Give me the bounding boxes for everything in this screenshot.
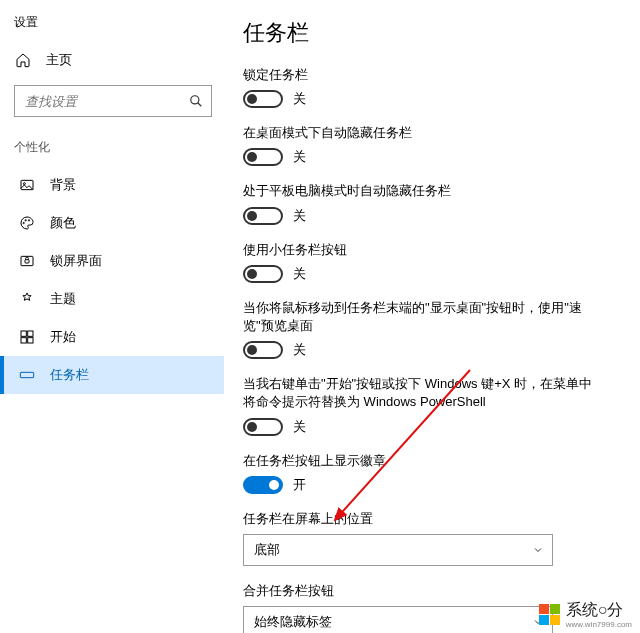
svg-line-1 bbox=[198, 103, 202, 107]
svg-point-0 bbox=[191, 96, 199, 104]
toggle-state: 关 bbox=[293, 207, 306, 225]
toggle-state: 开 bbox=[293, 476, 306, 494]
svg-rect-7 bbox=[21, 256, 33, 265]
sidebar-item-start[interactable]: 开始 bbox=[0, 318, 224, 356]
toggle-state: 关 bbox=[293, 418, 306, 436]
sidebar-item-colors[interactable]: 颜色 bbox=[0, 204, 224, 242]
dropdown-value: 底部 bbox=[254, 541, 280, 559]
sidebar-item-taskbar[interactable]: 任务栏 bbox=[0, 356, 224, 394]
dropdown-combine[interactable]: 始终隐藏标签 bbox=[243, 606, 553, 633]
setting-label-lock: 锁定任务栏 bbox=[243, 66, 610, 84]
theme-icon bbox=[18, 290, 36, 308]
start-icon bbox=[18, 328, 36, 346]
svg-rect-12 bbox=[28, 338, 33, 343]
search-field[interactable] bbox=[14, 85, 212, 117]
setting-label-powershell: 当我右键单击"开始"按钮或按下 Windows 键+X 时，在菜单中将命令提示符… bbox=[243, 375, 603, 411]
sidebar-item-label: 锁屏界面 bbox=[50, 252, 102, 270]
main-panel: 任务栏 锁定任务栏 关 在桌面模式下自动隐藏任务栏 关 处于平板电脑模式时自动隐… bbox=[225, 0, 640, 633]
lockscreen-icon bbox=[18, 252, 36, 270]
sidebar-item-label: 任务栏 bbox=[50, 366, 89, 384]
chevron-down-icon bbox=[532, 544, 544, 556]
taskbar-icon bbox=[18, 366, 36, 384]
watermark-url: www.win7999.com bbox=[566, 621, 632, 629]
svg-rect-13 bbox=[20, 372, 33, 377]
svg-rect-9 bbox=[21, 331, 26, 336]
toggle-badges[interactable]: 开 bbox=[243, 476, 610, 494]
toggle-state: 关 bbox=[293, 265, 306, 283]
sidebar-item-background[interactable]: 背景 bbox=[0, 166, 224, 204]
dropdown-value: 始终隐藏标签 bbox=[254, 613, 332, 631]
setting-label-autohide-tablet: 处于平板电脑模式时自动隐藏任务栏 bbox=[243, 182, 610, 200]
toggle-lock[interactable]: 关 bbox=[243, 90, 610, 108]
setting-label-badges: 在任务栏按钮上显示徽章 bbox=[243, 452, 610, 470]
search-icon bbox=[186, 91, 206, 111]
setting-label-autohide-desktop: 在桌面模式下自动隐藏任务栏 bbox=[243, 124, 610, 142]
sidebar-item-label: 背景 bbox=[50, 176, 76, 194]
toggle-peek[interactable]: 关 bbox=[243, 341, 610, 359]
search-input[interactable] bbox=[14, 85, 212, 117]
picture-icon bbox=[18, 176, 36, 194]
toggle-state: 关 bbox=[293, 341, 306, 359]
sidebar-section-label: 个性化 bbox=[0, 125, 224, 166]
home-icon bbox=[14, 51, 32, 69]
sidebar-item-themes[interactable]: 主题 bbox=[0, 280, 224, 318]
setting-label-small-buttons: 使用小任务栏按钮 bbox=[243, 241, 610, 259]
setting-label-combine: 合并任务栏按钮 bbox=[243, 582, 610, 600]
microsoft-logo-icon bbox=[539, 604, 560, 625]
svg-point-5 bbox=[25, 220, 26, 221]
svg-rect-11 bbox=[21, 338, 26, 343]
home-button[interactable]: 主页 bbox=[0, 43, 224, 77]
setting-label-position: 任务栏在屏幕上的位置 bbox=[243, 510, 610, 528]
toggle-small-buttons[interactable]: 关 bbox=[243, 265, 610, 283]
svg-rect-10 bbox=[28, 331, 33, 336]
watermark-brand: 系统○分 bbox=[566, 600, 632, 621]
sidebar-item-label: 颜色 bbox=[50, 214, 76, 232]
app-title: 设置 bbox=[0, 8, 224, 43]
sidebar: 设置 主页 个性化 背景 颜色 bbox=[0, 0, 225, 633]
palette-icon bbox=[18, 214, 36, 232]
toggle-powershell[interactable]: 关 bbox=[243, 418, 610, 436]
home-label: 主页 bbox=[46, 51, 72, 69]
sidebar-item-lockscreen[interactable]: 锁屏界面 bbox=[0, 242, 224, 280]
svg-rect-8 bbox=[25, 260, 29, 263]
dropdown-position[interactable]: 底部 bbox=[243, 534, 553, 566]
toggle-autohide-tablet[interactable]: 关 bbox=[243, 207, 610, 225]
sidebar-item-label: 主题 bbox=[50, 290, 76, 308]
toggle-autohide-desktop[interactable]: 关 bbox=[243, 148, 610, 166]
watermark: 系统○分 www.win7999.com bbox=[539, 600, 632, 629]
svg-point-4 bbox=[23, 222, 24, 223]
page-title: 任务栏 bbox=[243, 18, 610, 48]
svg-point-6 bbox=[28, 220, 29, 221]
toggle-state: 关 bbox=[293, 90, 306, 108]
setting-label-peek: 当你将鼠标移动到任务栏末端的"显示桌面"按钮时，使用"速览"预览桌面 bbox=[243, 299, 603, 335]
toggle-state: 关 bbox=[293, 148, 306, 166]
sidebar-item-label: 开始 bbox=[50, 328, 76, 346]
